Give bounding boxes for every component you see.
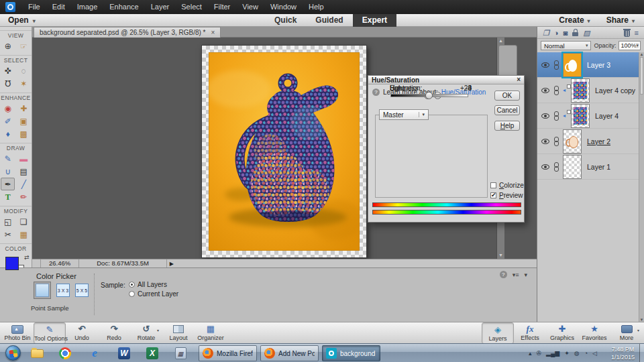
layer-thumbnail[interactable] [563, 53, 582, 77]
cookie-cutter-tool[interactable]: ❏ [17, 215, 31, 228]
brush-tool[interactable]: ✎ [1, 152, 15, 165]
redo-button[interactable]: ↷ ▾ Redo [98, 322, 130, 344]
red-eye-removal-tool[interactable]: ◉ [1, 102, 15, 115]
panel-menu-icon[interactable]: ▾≡ [513, 272, 519, 278]
spot-healing-tool[interactable]: ✚ [17, 102, 31, 115]
open-button[interactable]: Open▾ [8, 14, 40, 27]
start-button[interactable] [5, 345, 21, 361]
menu-item[interactable]: View [236, 0, 264, 14]
zoom-tool[interactable]: ⊕ [1, 40, 15, 52]
mode-tab[interactable]: Expert [353, 14, 396, 27]
layer-thumbnail[interactable] [571, 78, 590, 103]
canvas[interactable] [201, 45, 367, 258]
sponge-tool[interactable]: ▩ [17, 127, 31, 140]
menu-item[interactable]: File [22, 0, 46, 14]
app-logo-icon[interactable] [5, 2, 15, 12]
sample-scope-radio[interactable]: All Layers [129, 281, 178, 288]
add-mask-icon[interactable]: ◙ [564, 27, 568, 38]
dialog-checkbox[interactable]: Preview [490, 192, 524, 199]
volume-icon[interactable]: ◁ [592, 344, 597, 362]
recompose-tool[interactable]: ▦ [17, 228, 31, 241]
visibility-eye-icon[interactable] [541, 88, 549, 93]
explorer-icon[interactable] [30, 346, 44, 361]
show-desktop-button[interactable] [639, 344, 644, 362]
sample-3x3-button[interactable]: 3 X 3 [56, 284, 70, 297]
visibility-eye-icon[interactable] [541, 164, 549, 170]
action-center-icon[interactable]: ◔ [584, 344, 588, 362]
taskbar-window-button[interactable]: Add New Po... [260, 345, 319, 361]
slider-value[interactable]: 0 [447, 84, 472, 92]
checkbox-icon[interactable] [490, 182, 496, 188]
add-layer-icon[interactable]: ❐ [543, 27, 549, 38]
menu-item[interactable]: Enhance [103, 0, 144, 14]
point-sample-button[interactable] [34, 282, 51, 299]
line-tool[interactable]: ╱ [17, 178, 31, 190]
create-button[interactable]: Create▾ [559, 14, 590, 27]
graphics-panel-button[interactable]: ✚ ▾ Graphics [546, 322, 578, 344]
chrome-icon[interactable] [58, 346, 72, 361]
smart-brush-tool[interactable]: ✐ [1, 115, 15, 127]
hand-tool[interactable]: ☞ [17, 40, 31, 52]
internet-explorer-icon[interactable]: e [87, 346, 102, 361]
radio-icon[interactable] [129, 291, 135, 297]
lock-transparency-icon[interactable]: ▨ [583, 27, 590, 38]
layer-name[interactable]: Layer 1 [587, 163, 610, 171]
panel-menu-icon[interactable]: ≡ [635, 27, 639, 38]
layer-name[interactable]: Layer 4 copy [595, 86, 635, 95]
ok-button[interactable]: OK [494, 90, 520, 101]
undo-button[interactable]: ↶ ▾ Undo [66, 322, 98, 344]
marquee-tool[interactable]: ◌ [17, 64, 31, 77]
menu-item[interactable]: Layer [145, 0, 176, 14]
update-status-icon[interactable]: ✦ [564, 344, 570, 362]
menu-item[interactable]: Image [71, 0, 104, 14]
delete-layer-icon[interactable] [624, 28, 630, 37]
cancel-button[interactable]: Cancel [494, 105, 520, 115]
taskbar-window-button[interactable]: Mozilla Firef... [199, 345, 257, 361]
layer-thumbnail[interactable] [563, 155, 582, 179]
checkbox-icon[interactable] [490, 192, 496, 198]
pencil-tool[interactable]: ✏ [17, 190, 31, 203]
show-hidden-icons-icon[interactable]: ▴ [529, 344, 532, 362]
swap-colors-icon[interactable]: ⇄ [24, 254, 30, 261]
collapse-panel-icon[interactable]: ▾ [524, 272, 527, 278]
add-adjustment-layer-icon[interactable]: ◑ [554, 27, 559, 38]
taskbar-clock[interactable]: 7:48 PM 1/1/2015 [611, 345, 635, 361]
dialog-checkbox[interactable]: Colorize [490, 182, 524, 189]
menu-item[interactable]: Window [264, 0, 303, 14]
layout-button[interactable]: ▾ Layout [162, 322, 195, 344]
scroll-up-icon[interactable]: ▲ [640, 52, 644, 56]
layer-thumbnail[interactable] [571, 104, 590, 128]
close-dialog-icon[interactable]: × [517, 76, 521, 84]
visibility-eye-icon[interactable] [541, 139, 549, 144]
layer-name[interactable]: Layer 4 [595, 112, 619, 120]
effects-panel-button[interactable]: fx ▾ Effects [514, 322, 546, 344]
opacity-input[interactable]: 100%▾ [619, 41, 641, 50]
lock-all-icon[interactable] [572, 29, 578, 36]
visibility-eye-icon[interactable] [541, 62, 549, 68]
network-status-icon[interactable]: ▂▄▆ [546, 344, 559, 362]
excel-icon[interactable]: X [145, 346, 160, 361]
visibility-eye-icon[interactable] [541, 113, 549, 119]
slider-track[interactable] [390, 94, 468, 97]
more-panel-button[interactable]: ▾ More [610, 322, 643, 344]
dialog-title-bar[interactable]: Hue/Saturation × [368, 76, 524, 84]
status-arrow-icon[interactable]: ▶ [170, 261, 174, 267]
share-button[interactable]: Share▾ [606, 14, 635, 27]
help-icon[interactable]: ? [500, 271, 507, 278]
taskbar-window-button[interactable]: background ... [322, 345, 380, 361]
close-tab-icon[interactable]: × [211, 27, 215, 38]
favorites-panel-button[interactable]: ★ ▾ Favorites [578, 322, 610, 344]
layer-row[interactable]: ◂ Layer 2 [537, 129, 639, 154]
menu-item[interactable]: Help [303, 0, 330, 14]
zoom-level[interactable]: 26.46% [40, 259, 79, 267]
magic-wand-tool[interactable]: ✶ [17, 77, 31, 90]
gradient-tool[interactable]: ▤ [17, 165, 31, 178]
layer-row[interactable]: ◂ Layer 1 [537, 154, 639, 180]
type-tool[interactable]: T [1, 190, 15, 203]
scroll-down-icon[interactable]: ▼ [497, 252, 504, 259]
menu-item[interactable]: Edit [46, 0, 71, 14]
layers-scrollbar[interactable]: ▲ ▼ [639, 52, 644, 322]
remote-display-icon[interactable]: ✇ [536, 344, 541, 362]
foreground-color-swatch[interactable] [5, 257, 19, 270]
paint-bucket-tool[interactable]: ∪ [1, 165, 15, 178]
